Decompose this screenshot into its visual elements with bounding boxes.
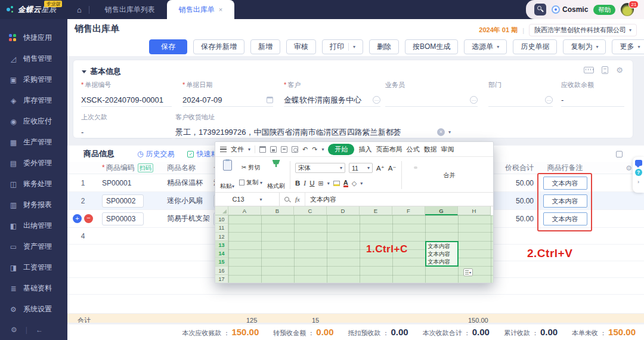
gear-icon[interactable]: ⚙ xyxy=(616,66,623,74)
print-icon[interactable] xyxy=(281,146,287,153)
row-header[interactable]: 12 xyxy=(215,233,228,241)
row-header-selected[interactable]: 13 xyxy=(215,241,228,249)
formula-input[interactable]: 文本内容 xyxy=(305,193,493,206)
cell-g14[interactable]: 文本内容 xyxy=(426,250,457,258)
sheet-grid[interactable]: A B C D E F G H 10 11 12 13 14 15 16 17 xyxy=(215,206,493,283)
cell-g13[interactable]: 文本内容 xyxy=(426,242,457,250)
company-selector[interactable]: 陕西浩宇慧创软件科技有限公司 ▾ xyxy=(529,24,637,36)
sidebar-item-payroll[interactable]: ◨工资管理 xyxy=(0,257,67,278)
sidebar-item-system-settings[interactable]: ⚙系统设置 xyxy=(0,299,67,320)
column-header[interactable]: E xyxy=(360,206,392,215)
indent-decrease-icon[interactable] xyxy=(428,166,432,169)
close-icon[interactable]: × xyxy=(219,0,222,19)
sidebar-item-production[interactable]: ▦生产管理 xyxy=(0,132,67,153)
history-trade-link[interactable]: ◷历史交易 xyxy=(137,149,174,159)
generate-by-bom-button[interactable]: 按BOM生成 xyxy=(405,39,458,54)
tab-sales-outbound[interactable]: 销售出库单 × xyxy=(167,0,234,19)
sidebar-item-inventory[interactable]: ◈库存管理 xyxy=(0,90,67,111)
search-icon[interactable] xyxy=(534,4,546,16)
align-top-icon[interactable] xyxy=(407,166,410,169)
eraser-icon[interactable]: ◇ xyxy=(352,180,357,187)
sidebar-item-outsourcing[interactable]: ▤委外管理 xyxy=(0,153,67,174)
undo-icon[interactable]: ↶ xyxy=(302,146,308,153)
name-box[interactable]: C13▾ xyxy=(215,193,280,206)
decrease-font-icon[interactable]: A⁻ xyxy=(388,164,397,172)
format-painter-button[interactable]: 格式刷 xyxy=(267,160,285,190)
align-left-icon[interactable] xyxy=(407,181,410,184)
remark-input[interactable]: 文本内容 xyxy=(543,194,587,208)
cut-button[interactable]: ✂剪切 xyxy=(242,163,260,172)
borders-icon[interactable]: ⊞ xyxy=(318,180,324,187)
sheet-tab-formulas[interactable]: 公式 xyxy=(406,145,419,154)
name-cell[interactable]: 精品保温杯 xyxy=(167,178,213,188)
sidebar-item-purchase[interactable]: ▣采购管理 xyxy=(0,69,67,90)
underline-button[interactable]: U xyxy=(309,180,314,187)
sidebar-item-accounting[interactable]: ◫账务处理 xyxy=(0,174,67,194)
italic-button[interactable]: I xyxy=(304,180,306,187)
column-header[interactable]: F xyxy=(392,206,425,215)
sheet-tab-home[interactable]: 开始 xyxy=(328,144,354,155)
collapse-sidebar-icon[interactable]: ← xyxy=(36,326,43,334)
doc-date-input[interactable]: 2024-07-09 xyxy=(182,94,273,107)
sidebar-item-quick-apps[interactable]: 快捷应用 xyxy=(0,27,67,48)
add-button[interactable]: 新增 xyxy=(250,39,280,54)
row-header[interactable]: 10 xyxy=(215,215,228,224)
print-preview-icon[interactable] xyxy=(292,146,298,153)
sheet-tab-page-layout[interactable]: 页面布局 xyxy=(376,145,402,154)
paste-options-icon[interactable]: ▾ xyxy=(463,268,473,276)
select-all-corner[interactable] xyxy=(215,206,228,215)
sheet-tab-data[interactable]: 数据 xyxy=(423,145,436,154)
column-header[interactable]: C xyxy=(294,206,327,215)
wrap-text-icon[interactable] xyxy=(435,181,439,184)
sheet-tab-review[interactable]: 审阅 xyxy=(441,145,454,154)
file-menu[interactable]: 文件 xyxy=(231,145,244,154)
feedback-bubble-icon[interactable] xyxy=(635,160,642,166)
delete-button[interactable]: 删除 xyxy=(369,39,399,54)
column-header[interactable]: A xyxy=(228,206,261,215)
save-button[interactable]: 保存 xyxy=(149,39,187,54)
basic-info-header[interactable]: 基本信息 xyxy=(82,66,121,77)
save-icon[interactable] xyxy=(270,146,277,153)
tab-sales-outbound-list[interactable]: 销售出库单列表 xyxy=(93,0,167,19)
row-header-selected[interactable]: 14 xyxy=(215,249,228,258)
clear-icon[interactable]: × xyxy=(437,128,445,136)
delete-row-icon[interactable]: − xyxy=(84,214,93,223)
indent-increase-icon[interactable] xyxy=(435,166,439,169)
code-input[interactable]: SP00003 xyxy=(102,212,144,225)
cosmic-assistant[interactable]: Cosmic xyxy=(552,5,588,14)
column-header[interactable]: B xyxy=(261,206,294,215)
row-header[interactable]: 17 xyxy=(215,275,228,283)
fill-color-icon[interactable] xyxy=(333,181,340,186)
sidebar-item-financial-reports[interactable]: ▥财务报表 xyxy=(0,194,67,215)
doc-number-input[interactable]: XSCK-20240709-00001 xyxy=(81,94,172,107)
help-question-icon[interactable]: ? xyxy=(635,169,642,176)
sidebar-item-ar-ap[interactable]: ◉应收应付 xyxy=(0,111,67,132)
bold-button[interactable]: B xyxy=(295,180,300,187)
name-cell[interactable]: 迷你小风扇 xyxy=(167,196,213,206)
lookup-icon[interactable]: … xyxy=(470,96,478,104)
paste-button[interactable]: 粘贴▾ xyxy=(220,160,234,190)
menu-icon[interactable] xyxy=(220,147,227,152)
column-header[interactable]: H xyxy=(458,206,491,215)
sidebar-gear-icon[interactable]: ⚙ xyxy=(11,326,17,334)
merge-cells-button[interactable]: 合并 xyxy=(444,171,456,180)
font-size-select[interactable]: 11▾ xyxy=(349,163,373,173)
fullscreen-icon[interactable] xyxy=(616,151,623,157)
copied-cells-selection[interactable]: 文本内容 文本内容 文本内容 xyxy=(425,241,459,267)
audit-button[interactable]: 审核 xyxy=(286,39,316,54)
font-family-select[interactable]: 宋体▾ xyxy=(295,163,345,173)
lookup-icon[interactable]: … xyxy=(373,96,380,104)
more-button[interactable]: 更多▾ xyxy=(612,39,644,54)
copy-button[interactable]: 复制▾ xyxy=(239,178,262,187)
shipping-address-input[interactable]: 景工，17392199726，中国陕西省渭南市临渭区西四路紫兰新都荟 × ▾ xyxy=(175,126,451,139)
scan-badge[interactable]: 扫码 xyxy=(138,163,153,172)
row-header[interactable]: 11 xyxy=(215,224,228,232)
cell-g15[interactable]: 文本内容 xyxy=(426,258,457,265)
avatar[interactable]: 21 xyxy=(621,3,634,16)
align-middle-icon[interactable] xyxy=(414,166,417,169)
home-icon[interactable]: ⌂ xyxy=(67,5,89,14)
align-center-icon[interactable] xyxy=(414,181,417,184)
column-settings-icon[interactable]: ⚙ xyxy=(626,164,632,172)
column-header[interactable]: D xyxy=(327,206,360,215)
save-and-add-button[interactable]: 保存并新增 xyxy=(193,39,244,54)
